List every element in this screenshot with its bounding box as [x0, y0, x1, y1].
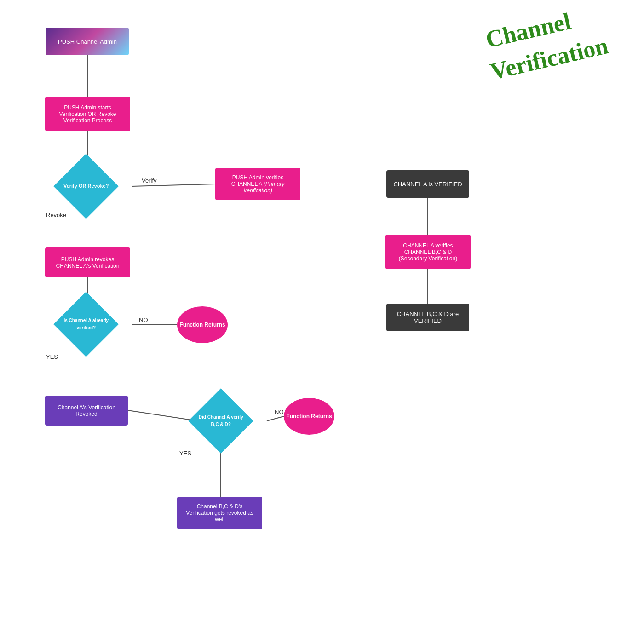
channel-a-verified-box: CHANNEL A is VERIFIED [386, 170, 469, 198]
page-title: Channel Verification [483, 6, 610, 81]
channel-a-verifies-bcd-box: CHANNEL A verifies CHANNEL B,C & D (Seco… [385, 235, 471, 269]
no-1-label: NO [139, 316, 148, 323]
push-admin-revokes-box: PUSH Admin revokes CHANNEL A's Verificat… [45, 247, 130, 277]
push-admin-starts-box: PUSH Admin starts Verification OR Revoke… [45, 97, 130, 131]
function-returns-ellipse-2: Function Returns [284, 398, 334, 435]
yes-2-label: YES [179, 450, 191, 457]
is-channel-verified-diamond: Is Channel A already verified? [53, 292, 118, 356]
function-returns-ellipse-1: Function Returns [177, 306, 228, 343]
channel-bcd-verified-box: CHANNEL B,C & D are VERIFIED [386, 304, 469, 331]
verify-label: Verify [142, 177, 157, 184]
no-2-label: NO [275, 408, 284, 415]
verify-revoke-diamond: Verify OR Revoke? [53, 154, 118, 218]
channel-a-revoked-box: Channel A's Verification Revoked [45, 396, 128, 426]
svg-line-2 [132, 184, 215, 186]
did-channel-verify-diamond: Did Channel A verify B,C & D? [188, 388, 253, 453]
push-channel-admin-box: PUSH Channel Admin [46, 28, 129, 55]
revoke-label: Revoke [46, 212, 66, 218]
svg-line-10 [128, 410, 198, 421]
channel-bcd-revoked-box: Channel B,C & D's Verification gets revo… [177, 497, 262, 529]
svg-line-11 [267, 416, 284, 421]
yes-1-label: YES [46, 353, 58, 360]
push-admin-verifies-box: PUSH Admin verifies CHANNEL A (Primary V… [215, 168, 300, 200]
